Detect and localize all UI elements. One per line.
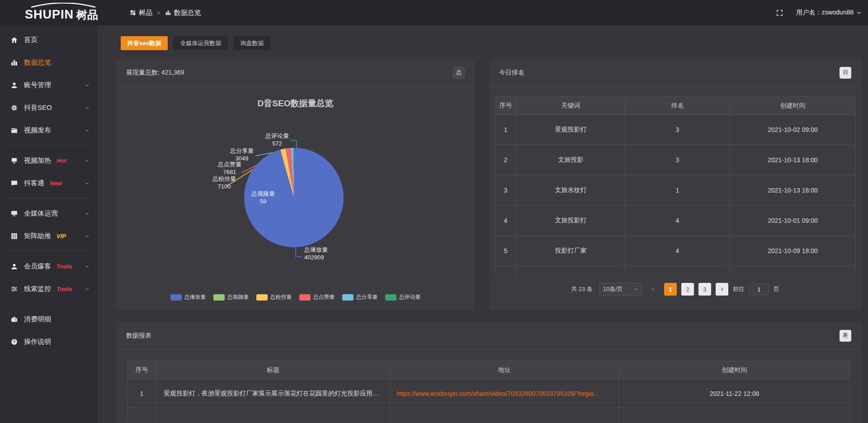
chevron-down-icon	[85, 83, 90, 88]
sidebar-item-home[interactable]: 首页	[0, 28, 98, 51]
report-panel: 数据报表 表 序号 标题 地址 创建时间	[116, 322, 861, 423]
svg-text:?: ?	[13, 339, 15, 344]
top-header: SHUPIN 树品 树品 > 数据总览	[0, 0, 868, 25]
bar-chart-icon	[10, 59, 18, 66]
sidebar-item-matrix-boost[interactable]: 矩阵助推 VIP	[0, 225, 98, 247]
chart-title: D音SEO数据量总览	[116, 87, 475, 109]
table-row-partial	[127, 408, 850, 423]
legend-item-fans[interactable]: 总粉丝量	[256, 293, 292, 301]
table-row: 3 文旅水纹灯 1 2021-10-13 18:00	[495, 175, 856, 206]
sliders-icon	[10, 285, 18, 293]
rank-table-wrap: 序号 关键词 排名 创建时间 1 景观投影灯 3 2021-10	[495, 96, 856, 296]
total-view-toggle-button[interactable]: 总	[453, 67, 465, 79]
sidebar-item-help[interactable]: ? 操作说明	[0, 330, 98, 353]
chevron-down-icon	[85, 181, 90, 186]
pie-label-shares: 总分享量3049	[223, 147, 261, 162]
app-grid-icon	[130, 9, 136, 16]
user-menu[interactable]: 用户名：zswodun88	[796, 9, 862, 17]
page-button-2[interactable]: 2	[681, 283, 694, 296]
pagination-total: 共 23 条	[571, 285, 593, 293]
legend-item-comments[interactable]: 总评论量	[385, 293, 421, 301]
sidebar-item-video-publish[interactable]: 视频发布	[0, 119, 98, 141]
legend-chip	[299, 294, 311, 301]
chevron-down-icon	[85, 105, 90, 110]
legend-chip	[342, 294, 354, 301]
fullscreen-icon[interactable]	[776, 9, 783, 17]
tools-badge: Tools	[57, 286, 72, 292]
next-page-button[interactable]	[716, 283, 728, 296]
legend-item-shares[interactable]: 总分享量	[342, 293, 378, 301]
sidebar-item-video-heat[interactable]: 视频加热 Hot	[0, 149, 98, 172]
page-button-1[interactable]: 1	[664, 283, 677, 296]
breadcrumb: 树品 > 数据总览	[130, 0, 201, 25]
pagination: 共 23 条 10条/页 1 2 3 前往 页	[495, 283, 856, 296]
sidebar-divider	[6, 304, 91, 304]
legend-item-plays[interactable]: 总播放量	[170, 293, 206, 301]
sidebar-item-data-overview[interactable]: 数据总览	[0, 51, 98, 74]
tab-inquiry-data[interactable]: 询盘数据	[233, 36, 270, 50]
impressions-total: 展现量总数: 421,369	[126, 69, 184, 77]
sidebar-item-account[interactable]: 账号管理	[0, 74, 98, 96]
pie-chart: D音SEO数据量总览 总评论量572 总分享量3049 总点赞量7681	[116, 87, 475, 309]
page-button-3[interactable]: 3	[698, 283, 711, 296]
chevron-down-icon	[85, 211, 90, 216]
app-logo: SHUPIN 树品	[25, 3, 102, 22]
wallet-icon	[10, 315, 18, 323]
sidebar-item-douyin-seo[interactable]: 抖音SEO	[0, 96, 98, 119]
chevron-down-icon	[856, 10, 862, 15]
legend-chip	[256, 294, 268, 301]
pie-label-videos: 总视频量58	[244, 190, 282, 205]
goto-page-input[interactable]	[749, 283, 769, 295]
header-actions: 用户名：zswodun88	[776, 0, 862, 25]
col-header: 序号	[127, 361, 156, 379]
table-row: 5 投影灯厂家 4 2021-10-09 18:00	[495, 236, 856, 266]
sidebar-item-spend-detail[interactable]: 消费明细	[0, 308, 98, 330]
chevron-down-icon	[85, 287, 90, 291]
sidebar-item-member-blast[interactable]: 会员爆客 Tools	[0, 255, 98, 277]
sidebar-item-lead-monitor[interactable]: 线索监控 Tools	[0, 277, 98, 300]
username-label: 用户名：zswodun88	[796, 9, 854, 17]
hot-badge: Hot	[57, 157, 66, 164]
screen-icon	[10, 157, 18, 164]
sidebar: 首页 数据总览 账号管理 抖音SEO 视频发布 视频加热 Hot	[0, 25, 98, 423]
clapperboard-icon	[10, 127, 18, 134]
col-header: 关键词	[517, 97, 625, 115]
col-header: 创建时间	[730, 97, 856, 115]
sidebar-item-media-ops[interactable]: 全媒体运营	[0, 202, 98, 225]
user-icon	[10, 263, 18, 270]
report-table-wrap: 序号 标题 地址 创建时间 1 景观投影灯，夜游景观投影灯厂家展示展示落花灯在花…	[127, 361, 850, 423]
rank-panel-title: 今日排名	[499, 69, 524, 77]
breadcrumb-item-data-overview[interactable]: 数据总览	[165, 9, 201, 17]
sidebar-item-douketong[interactable]: 抖客通 New	[0, 172, 98, 194]
legend-chip	[385, 294, 396, 301]
pie-label-likes: 总点赞量7681	[211, 160, 249, 176]
chevron-down-icon	[85, 264, 90, 269]
tab-media-ops-data[interactable]: 全媒体运营数据	[173, 36, 228, 50]
table-view-toggle-button[interactable]: 表	[840, 330, 851, 342]
pie-label-comments: 总评论量572	[258, 132, 296, 147]
page-size-select[interactable]: 10条/页	[599, 283, 642, 296]
new-badge: New	[50, 180, 62, 187]
video-link[interactable]: https://www.iesdouyin.com/share/video/70…	[396, 390, 599, 397]
breadcrumb-item-home[interactable]: 树品	[130, 9, 152, 17]
logo-text-cn: 树品	[76, 8, 98, 22]
day-view-toggle-button[interactable]: 日	[840, 67, 851, 79]
app: SHUPIN 树品 树品 > 数据总览	[0, 0, 868, 423]
tab-douyin-seo-data[interactable]: 抖音seo数据	[121, 36, 168, 50]
tools-badge: Tools	[57, 263, 72, 270]
logo-text-en: SHUPIN	[25, 8, 74, 22]
bar-chart-icon	[165, 9, 171, 16]
data-tabs: 抖音seo数据 全媒体运营数据 询盘数据	[121, 36, 270, 50]
chevron-down-icon	[85, 128, 90, 133]
overview-panel: 展现量总数: 421,369 总 D音SEO数据量总览 总评论量572 总分	[116, 59, 475, 310]
table-header-row: 序号 标题 地址 创建时间	[127, 361, 850, 379]
legend-chip	[213, 294, 225, 301]
chevron-down-icon	[85, 158, 90, 163]
report-table: 序号 标题 地址 创建时间 1 景观投影灯，夜游景观投影灯厂家展示展示落花灯在花…	[127, 361, 850, 423]
table-header-row: 序号 关键词 排名 创建时间	[495, 97, 856, 115]
prev-page-button[interactable]	[647, 283, 660, 296]
legend-item-videos[interactable]: 总视频量	[213, 293, 249, 301]
table-row: 2 文旅投影 3 2021-10-13 18:00	[495, 145, 856, 175]
legend-item-likes[interactable]: 总点赞量	[299, 293, 335, 301]
overview-panel-header: 展现量总数: 421,369 总	[116, 59, 475, 87]
